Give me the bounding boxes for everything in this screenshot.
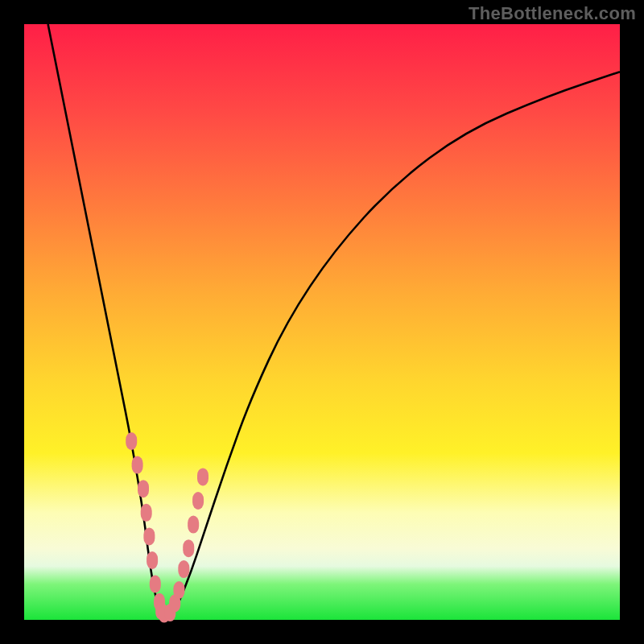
marker-dot (126, 432, 137, 450)
marker-dot (141, 504, 152, 522)
marker-dot (188, 516, 199, 534)
marker-dot (150, 576, 161, 593)
marker-dot (192, 492, 204, 510)
chart-frame: TheBottleneck.com (0, 0, 644, 644)
marker-dot (138, 480, 149, 497)
marker-dot (197, 468, 208, 485)
watermark-text: TheBottleneck.com (469, 3, 636, 24)
plot-area (24, 24, 620, 620)
bottleneck-curve-path (48, 24, 620, 618)
marker-dots-group (126, 432, 208, 623)
marker-dot (147, 551, 158, 569)
bottleneck-curve-svg (24, 24, 620, 620)
marker-dot (173, 581, 184, 599)
curve-group (48, 24, 620, 618)
marker-dot (178, 560, 189, 578)
marker-dot (132, 456, 143, 474)
marker-dot (143, 527, 155, 545)
marker-dot (183, 539, 194, 557)
